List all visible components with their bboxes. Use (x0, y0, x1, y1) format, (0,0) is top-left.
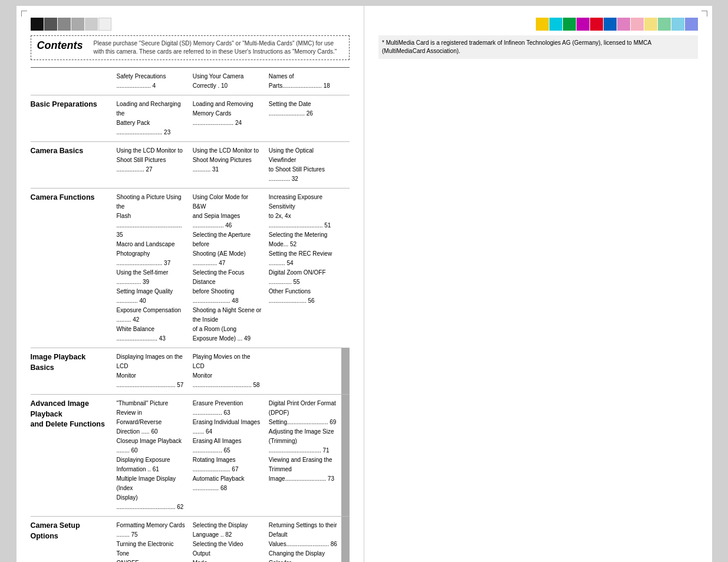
toc-col2: Using the LCD Monitor to Shoot Moving Pi… (189, 142, 265, 188)
toc-sidebar-indicator (341, 395, 350, 516)
color-bar-right (378, 18, 698, 31)
color-swatch (98, 18, 111, 31)
toc-col1: Shooting a Picture Using the Flash .....… (113, 189, 189, 348)
toc-section-label: Basic Preparations (31, 95, 113, 141)
color-swatch (58, 18, 71, 31)
toc-col2: Loading and Removing Memory Cards ......… (189, 95, 265, 141)
toc-col2: Using Your Camera Correctly . 10 (189, 68, 265, 95)
toc-col1: "Thumbnail" Picture Review in Forward/Re… (113, 395, 189, 516)
toc-col3: Using the Optical Viewfinder to Shoot St… (265, 142, 341, 188)
toc-row: Camera FunctionsShooting a Picture Using… (31, 188, 350, 348)
contents-header: Contents Please purchase "Secure Digital… (31, 35, 350, 60)
color-swatch (85, 18, 98, 31)
color-swatch (590, 18, 603, 31)
toc-col3: Names of Parts........................ 1… (265, 68, 341, 95)
corner-mark-tl (21, 11, 27, 16)
color-swatch (644, 18, 657, 31)
toc-section-label: Camera Functions (31, 189, 113, 348)
toc-col3: Increasing Exposure Sensitivity to 2x, 4… (265, 189, 341, 348)
color-swatch (563, 18, 576, 31)
contents-note: Please purchase "Secure Digital (SD) Mem… (94, 39, 344, 56)
toc-col1: Safety Precautions .....................… (113, 68, 189, 95)
toc-col1: Loading and Recharging the Battery Pack … (113, 95, 189, 141)
color-swatch (671, 18, 684, 31)
color-swatch (31, 18, 44, 31)
corner-mark-tr (701, 11, 707, 16)
toc-col1: Displaying Images on the LCD Monitor ...… (113, 348, 189, 394)
toc-section-label: Image Playback Basics (31, 348, 113, 394)
right-page: * MultiMedia Card is a registered tradem… (364, 6, 712, 562)
toc-col2: Playing Movies on the LCD Monitor ......… (189, 348, 265, 394)
toc-row: Image Playback BasicsDisplaying Images o… (31, 348, 350, 394)
toc-col3 (265, 348, 341, 394)
color-swatch (71, 18, 84, 31)
toc-section-label: Camera Basics (31, 142, 113, 188)
toc-row: Advanced Image Playback and Delete Funct… (31, 394, 350, 516)
color-swatch (577, 18, 589, 31)
color-swatch (604, 18, 617, 31)
color-swatch (617, 18, 630, 31)
toc-col3: Digital Print Order Format (DPOF) Settin… (265, 395, 341, 516)
color-swatch (631, 18, 644, 31)
toc-container: Safety Precautions .....................… (31, 67, 350, 562)
toc-col2: Selecting the Display Language .. 82 Sel… (189, 517, 265, 562)
toc-col1: Using the LCD Monitor to Shoot Still Pic… (113, 142, 189, 188)
toc-col2: Using Color Mode for B&W and Sepia Image… (189, 189, 265, 348)
toc-row: Basic PreparationsLoading and Recharging… (31, 95, 350, 141)
toc-col1: Formatting Memory Cards ........ 75 Turn… (113, 517, 189, 562)
toc-section-label: Camera Setup Options (31, 517, 113, 562)
toc-col3: Returning Settings to their Default Valu… (265, 517, 341, 562)
color-swatch (549, 18, 562, 31)
color-swatch (685, 18, 698, 31)
toc-row: Safety Precautions .....................… (31, 67, 350, 95)
color-bar-left (31, 18, 350, 31)
toc-row: Camera Setup OptionsFormatting Memory Ca… (31, 516, 350, 562)
toc-col3: Setting the Date ...................... … (265, 95, 341, 141)
toc-col2: Erasure Prevention .................. 63… (189, 395, 265, 516)
left-page: Contents Please purchase "Secure Digital… (17, 6, 365, 562)
color-swatch (44, 18, 57, 31)
toc-sidebar-indicator (341, 517, 350, 562)
toc-section-label (31, 68, 113, 95)
toc-section-label: Advanced Image Playback and Delete Funct… (31, 395, 113, 516)
toc-row: Camera BasicsUsing the LCD Monitor to Sh… (31, 141, 350, 188)
contents-title: Contents (37, 39, 83, 52)
trademark-text: * MultiMedia Card is a registered tradem… (382, 39, 651, 54)
trademark-note: * MultiMedia Card is a registered tradem… (378, 35, 698, 59)
color-swatch (536, 18, 549, 31)
toc-sidebar-indicator (341, 348, 350, 394)
color-swatch (658, 18, 671, 31)
